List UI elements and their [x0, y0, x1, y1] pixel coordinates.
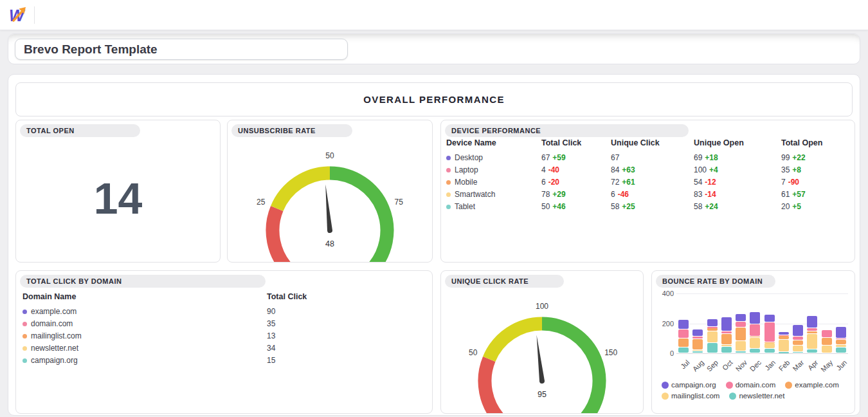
x-axis-label: Dec [748, 358, 763, 373]
row-name-cell: domain.com [23, 318, 267, 330]
report-title-input[interactable]: Brevo Report Template [15, 39, 348, 60]
gauge-tick-label: 25 [257, 198, 266, 207]
bar-segment [692, 339, 703, 349]
legend-item[interactable]: example.com [785, 381, 838, 389]
bar-segment [692, 350, 703, 351]
series-dot [23, 310, 27, 314]
bar-segment [736, 314, 746, 321]
gauge-value-label: 95 [538, 390, 547, 399]
legend-dot [662, 393, 669, 400]
value-cell: 58+25 [611, 201, 694, 213]
legend-item[interactable]: domain.com [726, 381, 776, 389]
bar-segment [721, 317, 732, 331]
bar-segment [764, 343, 775, 348]
column-header: Total Click [267, 290, 428, 304]
gauge-value-label: 48 [325, 239, 334, 248]
top-bar: W [0, 0, 868, 30]
bar-segment [750, 338, 760, 348]
bar-segment [764, 315, 775, 322]
gridline [676, 324, 848, 324]
bar-segment [721, 331, 732, 333]
bar-segment [764, 322, 775, 342]
bar-segment [736, 351, 746, 353]
section-title: OVERALL PERFORMANCE [363, 94, 505, 105]
delta-badge: +46 [552, 202, 565, 211]
chart-legend: campaign.orgdomain.comexample.commailing… [662, 381, 851, 400]
delta-badge: +24 [705, 202, 718, 211]
legend-label: newsletter.net [739, 392, 784, 400]
bar-segment [721, 347, 732, 353]
widget-device-performance[interactable]: DEVICE PERFORMANCE Device NameTotal Clic… [440, 120, 855, 263]
value-cell: 78+29 [541, 189, 611, 201]
delta-badge: +63 [622, 165, 635, 174]
value-cell: 83-14 [694, 189, 781, 201]
x-axis-label: Oct [721, 358, 734, 372]
delta-badge: +4 [709, 165, 718, 174]
value-cell: 34 [267, 342, 428, 355]
app-logo[interactable]: W [8, 5, 30, 26]
row-name-cell: newsletter.net [23, 342, 267, 355]
unique-click-rate-gauge: 5010015095 [441, 271, 643, 413]
gauge-arc-segment [273, 208, 289, 263]
dashboard-card: OVERALL PERFORMANCE TOTAL OPEN 14 UNSUBS… [8, 74, 860, 416]
column-header: Total Open [781, 136, 851, 150]
legend-item[interactable]: campaign.org [662, 381, 716, 389]
widget-unique-click-rate[interactable]: UNIQUE CLICK RATE 5010015095 [440, 270, 644, 414]
legend-item[interactable]: newsletter.net [729, 392, 784, 400]
bar-segment [779, 340, 789, 352]
total-click-by-domain-table: Domain NameTotal Clickexample.com90domai… [23, 290, 428, 367]
value-cell: 72+61 [611, 176, 694, 189]
x-axis-label: Sep [705, 358, 719, 373]
value-cell: 67+59 [541, 152, 611, 164]
bar-segment [793, 346, 803, 351]
legend-dot [729, 393, 736, 400]
series-dot [446, 180, 451, 185]
widget-unsubscribe-rate[interactable]: UNSUBSCRIBE RATE 25507548 [227, 120, 433, 263]
legend-item[interactable]: mailinglist.com [662, 392, 719, 400]
topbar-divider [34, 6, 35, 24]
delta-badge: +22 [792, 153, 805, 162]
bar-segment [678, 348, 689, 353]
report-title-card: Brevo Report Template [8, 33, 860, 64]
bar-segment [707, 319, 718, 326]
gridline [676, 293, 848, 294]
bar-segment [721, 334, 732, 344]
value-cell: 58+24 [694, 201, 781, 213]
legend-label: domain.com [736, 381, 776, 389]
series-dot [23, 346, 27, 351]
delta-badge: -46 [618, 190, 629, 199]
bar-segment [807, 328, 817, 331]
series-dot [23, 322, 27, 326]
legend-dot [726, 382, 733, 389]
delta-badge: +57 [792, 190, 805, 199]
delta-badge: +5 [792, 202, 801, 211]
widget-title-pill: TOTAL OPEN [20, 124, 140, 137]
series-dot [446, 205, 451, 209]
value-cell: 50+46 [541, 201, 611, 213]
bar-segment [707, 328, 718, 330]
gauge-tick-label: 50 [325, 151, 334, 160]
gauge-needle [323, 184, 332, 233]
widget-total-click-by-domain[interactable]: TOTAL CLICK BY DOMAIN Domain NameTotal C… [15, 270, 433, 414]
column-header: Unique Open [694, 136, 781, 150]
x-axis-label: Jun [835, 358, 848, 372]
delta-badge: +8 [792, 165, 801, 174]
widget-bounce-rate-by-domain[interactable]: BOUNCE RATE BY DOMAIN 0200400JulAugSepOc… [651, 270, 855, 414]
row-name-cell: Mobile [446, 176, 541, 189]
bounce-rate-chart: 0200400JulAugSepOctNovDecJanFebMarAprMay… [652, 271, 854, 413]
bar-segment [692, 337, 703, 338]
widget-total-open[interactable]: TOTAL OPEN 14 [15, 120, 221, 263]
bar-segment [822, 338, 832, 345]
bar-segment [836, 345, 846, 346]
value-cell: 6-46 [611, 189, 694, 201]
delta-badge: -90 [788, 178, 799, 187]
bar-segment [764, 349, 775, 353]
value-cell: 20+5 [781, 201, 851, 213]
value-cell: 90 [267, 306, 428, 318]
gridline [676, 353, 848, 354]
x-axis-label: Jul [679, 358, 691, 370]
bar-segment [750, 312, 760, 324]
bar-segment [721, 345, 732, 346]
logo-arrow-icon [8, 5, 30, 26]
delta-badge: +18 [705, 153, 718, 162]
